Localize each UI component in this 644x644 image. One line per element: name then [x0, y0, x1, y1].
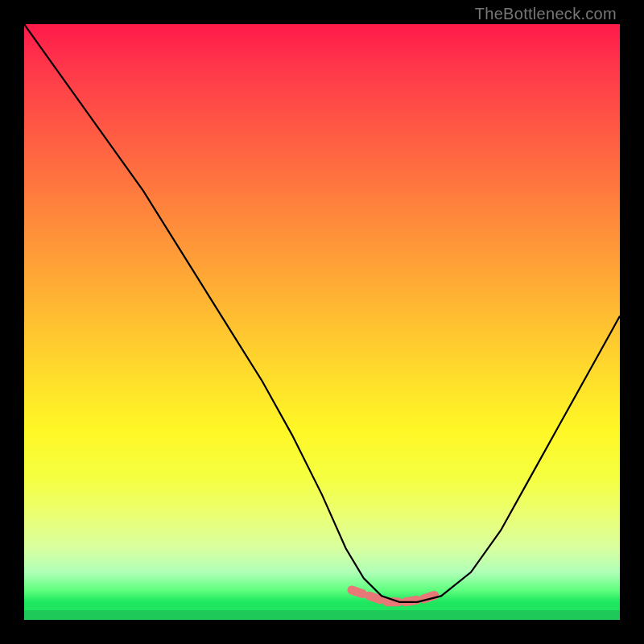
chart-svg	[24, 24, 620, 620]
bottleneck-curve	[24, 24, 620, 602]
watermark-text: TheBottleneck.com	[475, 5, 617, 23]
chart-plot-area	[24, 24, 620, 620]
